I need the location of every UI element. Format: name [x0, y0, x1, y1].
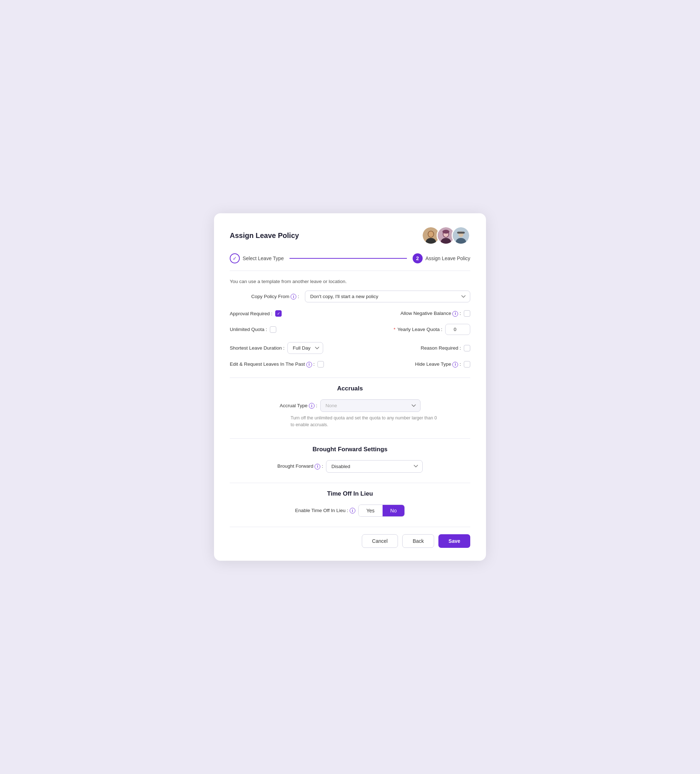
shortest-leave-label: Shortest Leave Duration : [230, 345, 285, 351]
allow-negative-checkbox[interactable] [464, 310, 470, 317]
accrual-type-label: Accrual Type i : [280, 403, 317, 409]
hide-leave-group: Hide Leave Type i : [415, 361, 470, 367]
required-star: * [394, 327, 396, 332]
header-divider [230, 271, 470, 271]
stepper: ✓ Select Leave Type 2 Assign Leave Polic… [230, 253, 470, 263]
unlimited-quota-label: Unlimited Quota : [230, 327, 267, 332]
shortest-leave-group: Shortest Leave Duration : Full Day Half … [230, 342, 323, 354]
avatar-3 [452, 226, 470, 245]
approval-required-checkbox[interactable]: ✓ [275, 310, 281, 317]
hide-leave-label: Hide Leave Type i : [415, 361, 461, 367]
back-button[interactable]: Back [402, 534, 434, 548]
step-1-icon: ✓ [230, 253, 240, 263]
unlimited-quota-group: Unlimited Quota : [230, 326, 276, 333]
brought-forward-label: Brought Forward i : [277, 463, 323, 470]
toil-label: Enable Time Off In Lieu : i [295, 508, 355, 514]
reason-required-checkbox[interactable] [464, 345, 470, 351]
toil-row: Enable Time Off In Lieu : i Yes No [230, 504, 470, 517]
hide-leave-info-icon[interactable]: i [452, 362, 458, 367]
brought-forward-title: Brought Forward Settings [230, 446, 470, 453]
toil-no-button[interactable]: No [382, 505, 405, 516]
approval-required-label: Approval Required : [230, 311, 272, 316]
reason-required-group: Reason Required : [420, 345, 470, 351]
yearly-quota-label: * Yearly Leave Quota : [394, 327, 442, 332]
stepper-line [290, 258, 407, 259]
copy-policy-info-icon[interactable]: i [291, 294, 296, 299]
yearly-quota-group: * Yearly Leave Quota : [394, 324, 470, 335]
check-icon: ✓ [233, 255, 237, 261]
edit-request-group: Edit & Request Leaves In The Past i : [230, 361, 324, 367]
assign-leave-policy-modal: Assign Leave Policy [214, 213, 486, 561]
accrual-type-row: Accrual Type i : None Monthly Weekly Dai… [230, 399, 470, 412]
accruals-divider [230, 377, 470, 378]
brought-forward-select[interactable]: Disabled Enabled [326, 460, 423, 473]
step-2-icon: 2 [413, 253, 423, 263]
accrual-note: Turn off the unlimited quota and set the… [230, 415, 470, 428]
accrual-type-info-icon[interactable]: i [309, 403, 314, 408]
edit-request-info-icon[interactable]: i [306, 362, 312, 367]
svg-point-3 [429, 232, 434, 237]
copy-policy-row: Copy Policy From i : Don't copy, I'll st… [230, 291, 470, 303]
svg-point-8 [442, 230, 449, 234]
toil-info-icon[interactable]: i [350, 508, 355, 513]
brought-forward-info-icon[interactable]: i [314, 464, 320, 470]
accrual-type-select[interactable]: None Monthly Weekly Daily [320, 399, 420, 412]
brought-forward-row: Brought Forward i : Disabled Enabled [230, 460, 470, 473]
yearly-quota-input[interactable] [445, 324, 470, 335]
unlimited-quota-checkbox[interactable] [270, 326, 276, 333]
toil-toggle-group: Yes No [358, 504, 405, 517]
step-2-label: Assign Leave Policy [425, 255, 470, 261]
allow-negative-info-icon[interactable]: i [452, 311, 458, 317]
accruals-title: Accruals [230, 385, 470, 392]
toil-title: Time Off In Lieu [230, 490, 470, 498]
save-button[interactable]: Save [439, 534, 470, 548]
edit-hide-row: Edit & Request Leaves In The Past i : Hi… [230, 361, 470, 367]
toil-divider [230, 483, 470, 483]
step-2-num: 2 [416, 255, 419, 261]
reason-required-label: Reason Required : [420, 345, 461, 351]
modal-title: Assign Leave Policy [230, 232, 299, 240]
approval-required-group: Approval Required : ✓ [230, 310, 281, 317]
step-2: 2 Assign Leave Policy [413, 253, 470, 263]
avatar-group [422, 226, 470, 245]
copy-policy-select[interactable]: Don't copy, I'll start a new policy Copy… [305, 291, 470, 303]
modal-footer: Cancel Back Save [230, 527, 470, 548]
edit-request-label: Edit & Request Leaves In The Past i : [230, 361, 314, 367]
brought-forward-divider [230, 438, 470, 439]
quota-row: Unlimited Quota : * Yearly Leave Quota : [230, 324, 470, 335]
check-icon-approval: ✓ [277, 311, 280, 316]
approval-negative-row: Approval Required : ✓ Allow Negative Bal… [230, 310, 470, 317]
step-1: ✓ Select Leave Type [230, 253, 284, 263]
step-1-label: Select Leave Type [243, 255, 284, 261]
allow-negative-label: Allow Negative Balance i : [400, 311, 461, 317]
cancel-button[interactable]: Cancel [362, 534, 398, 548]
svg-rect-12 [457, 232, 465, 234]
copy-policy-label: Copy Policy From i : [251, 294, 299, 300]
modal-header: Assign Leave Policy [230, 226, 470, 245]
duration-reason-row: Shortest Leave Duration : Full Day Half … [230, 342, 470, 354]
template-note: You can use a template from another leav… [230, 279, 470, 284]
allow-negative-group: Allow Negative Balance i : [400, 310, 470, 317]
toil-yes-button[interactable]: Yes [359, 505, 382, 516]
edit-request-checkbox[interactable] [318, 361, 324, 367]
shortest-leave-select[interactable]: Full Day Half Day Hours [287, 342, 323, 354]
hide-leave-checkbox[interactable] [464, 361, 470, 367]
